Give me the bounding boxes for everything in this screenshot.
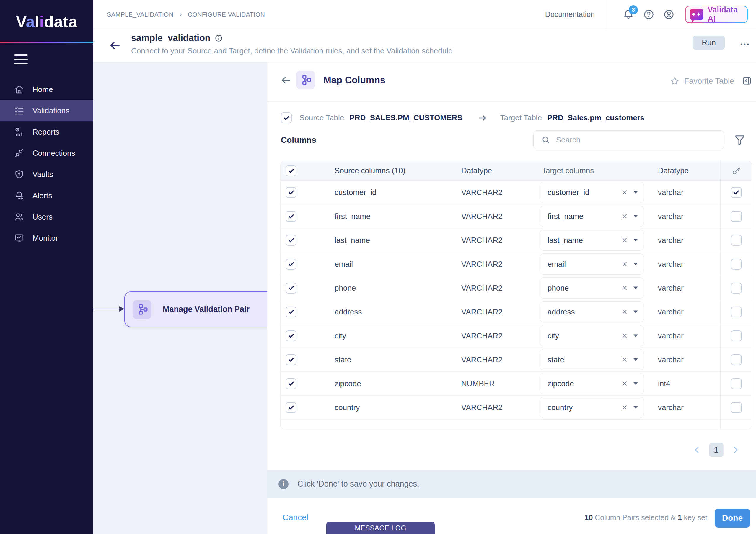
sidebar-item-monitor[interactable]: Monitor [0, 227, 93, 249]
documentation-link[interactable]: Documentation [545, 10, 595, 18]
target-column-dropdown[interactable]: last_name [540, 230, 644, 251]
clear-icon[interactable] [621, 404, 628, 411]
key-checkbox[interactable] [731, 378, 742, 389]
target-column-dropdown[interactable]: zipcode [540, 373, 644, 394]
source-datatype: VARCHAR2 [449, 348, 540, 371]
target-column-dropdown[interactable]: email [540, 253, 644, 275]
cancel-button[interactable]: Cancel [283, 513, 308, 522]
search-box [533, 130, 724, 149]
target-column-value: state [548, 355, 621, 364]
done-button[interactable]: Done [715, 509, 750, 527]
clear-icon[interactable] [621, 261, 628, 267]
target-column-dropdown[interactable]: customer_id [540, 182, 644, 203]
panel-back-arrow-icon[interactable] [280, 75, 291, 86]
key-checkbox[interactable] [731, 354, 742, 365]
clear-icon[interactable] [621, 356, 628, 363]
collapse-panel-icon[interactable] [742, 76, 752, 86]
chevron-down-icon[interactable] [634, 406, 638, 409]
key-checkbox[interactable] [731, 283, 742, 293]
clear-icon[interactable] [621, 189, 628, 196]
clear-icon[interactable] [621, 332, 628, 339]
run-button[interactable]: Run [692, 36, 725, 50]
back-arrow-icon[interactable] [109, 39, 121, 52]
chevron-down-icon[interactable] [634, 310, 638, 313]
target-column-dropdown[interactable]: address [540, 301, 644, 322]
target-datatype: varchar [644, 300, 720, 324]
target-column-dropdown[interactable]: phone [540, 277, 644, 298]
key-checkbox[interactable] [731, 211, 742, 222]
target-column-dropdown[interactable]: first_name [540, 206, 644, 227]
sidebar-item-users[interactable]: Users [0, 206, 93, 227]
alerts-icon [14, 191, 24, 201]
key-checkbox[interactable] [731, 235, 742, 246]
sidebar-item-alerts[interactable]: Alerts [0, 185, 93, 206]
target-column-dropdown[interactable]: state [540, 349, 644, 370]
search-input[interactable] [556, 136, 719, 144]
select-all-checkbox[interactable] [285, 165, 296, 176]
message-log-tab[interactable]: MESSAGE LOG [326, 521, 435, 534]
next-page-icon[interactable] [731, 445, 740, 454]
target-datatype: varchar [644, 395, 720, 419]
title-info-icon[interactable] [215, 34, 223, 42]
chevron-down-icon[interactable] [634, 334, 638, 337]
table-body: customer_id VARCHAR2 customer_id varchar [281, 181, 752, 420]
chevron-down-icon[interactable] [634, 382, 638, 385]
row-checkbox[interactable] [285, 307, 296, 318]
row-checkbox[interactable] [285, 283, 296, 293]
breadcrumb-item-configure-validation[interactable]: CONFIGURE VALIDATION [188, 11, 265, 18]
row-checkbox[interactable] [285, 378, 296, 389]
breadcrumb-item-sample-validation[interactable]: SAMPLE_VALIDATION [107, 11, 173, 18]
row-checkbox[interactable] [285, 354, 296, 365]
row-checkbox[interactable] [285, 259, 296, 270]
chevron-down-icon[interactable] [634, 287, 638, 290]
chevron-down-icon[interactable] [634, 358, 638, 361]
sidebar-item-vaults[interactable]: Vaults [0, 164, 93, 185]
row-checkbox[interactable] [285, 330, 296, 341]
table-footer-filler [281, 420, 752, 429]
row-checkbox[interactable] [285, 402, 296, 413]
clear-icon[interactable] [621, 237, 628, 244]
clear-icon[interactable] [621, 380, 628, 387]
chevron-down-icon[interactable] [634, 215, 638, 218]
previous-page-icon[interactable] [692, 445, 701, 454]
hamburger-menu-icon[interactable] [14, 54, 28, 64]
target-column-value: first_name [548, 212, 621, 221]
validata-ai-button[interactable]: ✦ Validata AI [685, 6, 748, 23]
chevron-down-icon[interactable] [634, 239, 638, 242]
target-datatype: int4 [644, 372, 720, 395]
row-checkbox[interactable] [285, 235, 296, 246]
table-row: first_name VARCHAR2 first_name varchar [281, 204, 752, 228]
sidebar-item-home[interactable]: Home [0, 79, 93, 100]
target-column-dropdown[interactable]: city [540, 325, 644, 346]
user-account-icon[interactable] [663, 9, 674, 20]
clear-icon[interactable] [621, 213, 628, 220]
header-source-datatype: Datatype [449, 161, 540, 180]
chevron-down-icon[interactable] [634, 191, 638, 194]
topbar-divider [606, 0, 606, 29]
notifications-bell-icon[interactable]: 3 [623, 9, 634, 20]
clear-icon[interactable] [621, 308, 628, 316]
clear-icon[interactable] [621, 284, 628, 292]
favorite-table-button[interactable]: Favorite Table [670, 76, 734, 86]
sidebar-item-validations[interactable]: Validations [0, 100, 93, 121]
key-checkbox[interactable] [731, 402, 742, 413]
sidebar-item-connections[interactable]: Connections [0, 142, 93, 164]
more-options-button[interactable]: ••• [739, 39, 752, 50]
page-number[interactable]: 1 [709, 443, 723, 457]
key-checkbox[interactable] [731, 307, 742, 318]
home-icon [14, 84, 24, 94]
target-column-dropdown[interactable]: country [540, 397, 644, 418]
page-header: sample_validation Connect to your Source… [93, 29, 756, 62]
key-checkbox[interactable] [731, 187, 742, 198]
help-icon[interactable] [643, 9, 654, 20]
chevron-down-icon[interactable] [634, 263, 638, 266]
manage-validation-pair-node[interactable]: Manage Validation Pair [124, 292, 267, 327]
pair-checkbox[interactable] [281, 113, 292, 123]
key-checkbox[interactable] [731, 259, 742, 270]
breadcrumb-separator: › [179, 10, 182, 18]
sidebar-item-reports[interactable]: Reports [0, 121, 93, 142]
row-checkbox[interactable] [285, 211, 296, 222]
filter-funnel-icon[interactable] [734, 134, 746, 146]
key-checkbox[interactable] [731, 330, 742, 341]
row-checkbox[interactable] [285, 187, 296, 198]
